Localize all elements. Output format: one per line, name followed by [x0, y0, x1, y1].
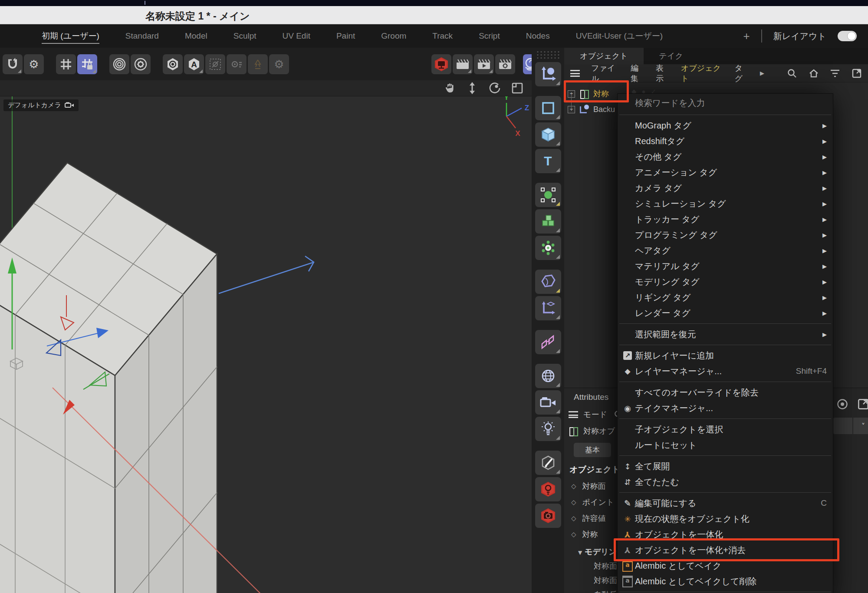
visibility-mode-button[interactable]: [163, 54, 183, 74]
workplane-grid-button[interactable]: [56, 54, 76, 74]
value-field[interactable]: [832, 418, 852, 434]
menu-overflow-arrow[interactable]: ▶: [760, 70, 764, 76]
detach-panel-button[interactable]: [852, 68, 862, 79]
menu-item[interactable]: すべてのオーバーライドを除去: [618, 385, 833, 400]
cloner-object-button[interactable]: [535, 236, 561, 260]
menu-item[interactable]: MoGraph タグ ▶: [618, 118, 833, 133]
render-view-button[interactable]: [453, 54, 473, 74]
dropdown-button[interactable]: ˅: [853, 418, 868, 434]
camera-label-chip[interactable]: デフォルトカメラ: [3, 99, 79, 111]
menu-search-field[interactable]: 検索ワードを入力: [618, 94, 833, 112]
menu-item[interactable]: 選択範囲を復元 ▶: [618, 326, 833, 342]
isolate-selection-button[interactable]: [205, 54, 225, 74]
viewport-orbit-button[interactable]: [488, 82, 501, 94]
menu-item[interactable]: 全てたたむ: [618, 474, 833, 490]
layout-tab[interactable]: Groom: [381, 31, 406, 41]
object-manager-menu[interactable]: オブジェクト: [681, 63, 723, 84]
object-label[interactable]: Backu: [593, 105, 615, 114]
menu-item[interactable]: Alembic としてベイク: [618, 558, 833, 573]
layout-tab[interactable]: Model: [185, 31, 207, 41]
field-object-button[interactable]: [535, 296, 561, 320]
text-object-button[interactable]: T: [535, 149, 561, 173]
layout-tab[interactable]: Standard: [125, 31, 159, 41]
menu-item[interactable]: 新規レイヤーに追加: [618, 348, 833, 363]
menu-item[interactable]: 現在の状態をオブジェクト化: [618, 511, 833, 527]
menu-item[interactable]: リギング タグ ▶: [618, 290, 833, 305]
palette-drag-handle[interactable]: [536, 50, 560, 60]
recycle-cache-button[interactable]: [248, 54, 268, 74]
object-manager-menu[interactable]: 表示: [656, 63, 670, 84]
null-object-button[interactable]: [535, 183, 561, 207]
viewport-pan-button[interactable]: [443, 82, 456, 94]
home-button[interactable]: [809, 68, 819, 79]
axis-gizmo[interactable]: Y Z X: [504, 93, 529, 138]
layout-tab[interactable]: Nodes: [526, 31, 550, 41]
menu-item[interactable]: オブジェクトを一体化+消去: [618, 542, 833, 558]
object-manager-menu[interactable]: ファイル: [591, 63, 619, 84]
record-target-icon[interactable]: [837, 399, 848, 410]
menu-item[interactable]: シミュレーション タグ ▶: [618, 196, 833, 211]
layout-tab[interactable]: 初期 (ユーザー): [42, 30, 99, 42]
hamburger-icon[interactable]: [570, 70, 580, 77]
menu-item[interactable]: トラッカー タグ ▶: [618, 211, 833, 227]
layout-tab[interactable]: Paint: [336, 31, 355, 41]
new-layout-button[interactable]: 新レイアウト: [773, 30, 826, 42]
menu-item[interactable]: Alembic としてベイクして削除: [618, 573, 833, 589]
menu-item[interactable]: レイヤーマネージャ... Shift+F4: [618, 363, 833, 379]
menu-item[interactable]: 子オブジェクトを選択: [618, 422, 833, 437]
search-button[interactable]: [787, 68, 797, 79]
light-object-button[interactable]: [535, 417, 561, 441]
object-manager-tab[interactable]: オブジェクト: [564, 48, 644, 64]
snap-magnet-button[interactable]: [3, 54, 23, 74]
menu-item[interactable]: カメラ タグ ▶: [618, 180, 833, 196]
make-editable-button[interactable]: [535, 451, 561, 475]
cache-settings-button[interactable]: ⚙: [269, 54, 289, 74]
hamburger-icon[interactable]: [569, 411, 578, 418]
menu-item[interactable]: テイクマネージャ...: [618, 400, 833, 416]
layout-tab[interactable]: Track: [432, 31, 453, 41]
spline-rectangle-button[interactable]: [535, 96, 561, 120]
viewport[interactable]: デフォルトカメラ: [0, 80, 532, 593]
add-layout-button[interactable]: +: [743, 30, 750, 43]
deformer-button[interactable]: [535, 270, 561, 294]
move-tool-button[interactable]: [535, 62, 561, 86]
render-to-picture-viewer-button[interactable]: [474, 54, 494, 74]
lock-workplane-button[interactable]: [77, 54, 97, 74]
menu-item[interactable]: 全て展開: [618, 458, 833, 474]
filter-button[interactable]: [830, 68, 840, 79]
basic-tab[interactable]: 基本: [574, 443, 611, 457]
auto-mode-button[interactable]: A: [184, 54, 204, 74]
menu-item[interactable]: レンダー タグ ▶: [618, 305, 833, 321]
menu-item[interactable]: オブジェクトを一体化: [618, 527, 833, 542]
layout-tab[interactable]: UV Edit: [283, 31, 310, 41]
array-object-button[interactable]: [535, 209, 561, 234]
redshift-light-button[interactable]: [535, 477, 561, 501]
sky-object-button[interactable]: [535, 364, 561, 388]
menu-item[interactable]: マテリアル タグ ▶: [618, 258, 833, 274]
layout-tab[interactable]: Sculpt: [233, 31, 256, 41]
symmetry-object-button[interactable]: [535, 330, 561, 354]
redshift-render-button[interactable]: [431, 54, 451, 74]
solo-options-button[interactable]: [227, 54, 247, 74]
layout-tab[interactable]: Script: [479, 31, 500, 41]
primitive-cube-button[interactable]: [535, 122, 561, 147]
layout-toggle-switch[interactable]: [838, 31, 857, 41]
snap-settings-button[interactable]: ⚙: [24, 54, 44, 74]
menu-item[interactable]: モデリング タグ ▶: [618, 274, 833, 290]
external-window-icon[interactable]: [858, 399, 868, 410]
object-manager-tab[interactable]: テイク: [644, 48, 699, 64]
menu-item[interactable]: ルートにセット: [618, 437, 833, 453]
mode-menu[interactable]: モード: [583, 409, 607, 420]
axis-rings-button[interactable]: [109, 54, 129, 74]
viewport-maximize-button[interactable]: [511, 82, 524, 94]
viewport-canvas[interactable]: Y Z X: [0, 80, 532, 593]
camera-object-button[interactable]: [535, 390, 561, 415]
object-label[interactable]: 対称: [593, 89, 609, 99]
axis-settings-button[interactable]: [131, 54, 151, 74]
object-manager-menu[interactable]: タグ: [734, 63, 749, 84]
menu-item[interactable]: プログラミング タグ ▶: [618, 227, 833, 243]
redshift-camera-button[interactable]: [535, 504, 561, 528]
menu-item[interactable]: Redshiftタグ ▶: [618, 133, 833, 149]
object-manager-menu[interactable]: 編集: [631, 63, 644, 84]
menu-item[interactable]: その他 タグ ▶: [618, 149, 833, 165]
